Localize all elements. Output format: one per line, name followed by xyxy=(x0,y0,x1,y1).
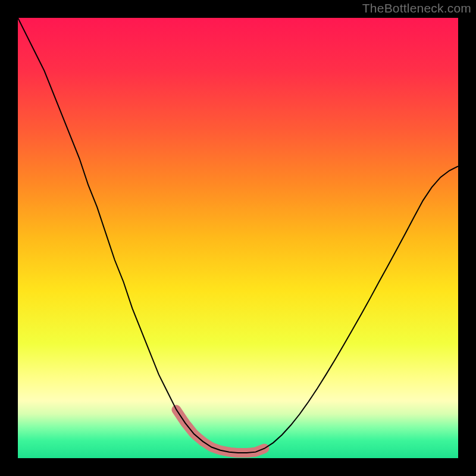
chart-background xyxy=(18,18,458,458)
chart-svg xyxy=(18,18,458,458)
watermark-text: TheBottleneck.com xyxy=(362,1,471,15)
plot-area xyxy=(18,18,458,458)
chart-frame: TheBottleneck.com xyxy=(0,0,476,476)
